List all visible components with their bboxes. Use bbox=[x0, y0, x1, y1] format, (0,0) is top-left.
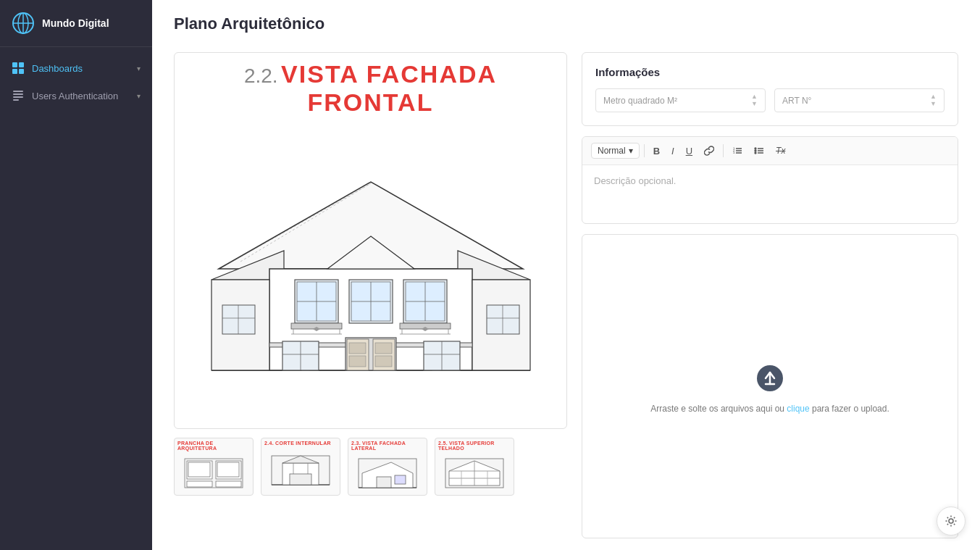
svg-rect-6 bbox=[12, 69, 17, 74]
page-header: Plano Arquitetônico bbox=[152, 0, 980, 41]
link-button[interactable] bbox=[700, 143, 719, 158]
svg-point-99 bbox=[755, 148, 756, 149]
svg-point-107 bbox=[949, 519, 953, 523]
svg-rect-7 bbox=[19, 69, 24, 74]
dashboards-icon bbox=[12, 62, 25, 75]
thumbnail-4[interactable]: 2.5. VISTA SUPERIOR TELHADO bbox=[435, 438, 514, 496]
thumb4-img bbox=[435, 451, 514, 495]
svg-rect-10 bbox=[13, 96, 23, 98]
svg-rect-11 bbox=[13, 99, 19, 101]
thumbnail-3[interactable]: 2.3. VISTA FACHADA LATERAL bbox=[348, 438, 427, 496]
svg-rect-54 bbox=[375, 356, 392, 367]
thumbnails-row: PRANCHA DE ARQUITETURA bbox=[174, 438, 567, 496]
sidebar: Mundo Digital Dashboards ▾ bbox=[0, 0, 152, 550]
blueprint-section-title: VISTA FACHADA FRONTAL bbox=[281, 60, 497, 116]
svg-rect-51 bbox=[349, 343, 366, 354]
thumb2-img bbox=[261, 446, 340, 495]
right-panel: Informações Metro quadrado M² ▲ ▼ ART N°… bbox=[582, 52, 958, 538]
svg-rect-52 bbox=[349, 356, 366, 367]
sidebar-item-dashboards[interactable]: Dashboards ▾ bbox=[0, 54, 152, 82]
thumb3-label: 2.3. VISTA FACHADA LATERAL bbox=[348, 438, 427, 451]
svg-rect-85 bbox=[395, 475, 406, 484]
svg-rect-80 bbox=[290, 474, 311, 485]
brand-name: Mundo Digital bbox=[42, 17, 109, 29]
thumbnail-1[interactable]: PRANCHA DE ARQUITETURA bbox=[174, 438, 254, 496]
toolbar-divider-2 bbox=[723, 144, 724, 157]
thumb2-label: 2.4. CORTE INTERNULAR bbox=[261, 438, 340, 446]
underline-button[interactable]: U bbox=[682, 143, 697, 159]
svg-rect-70 bbox=[216, 461, 241, 479]
upload-icon bbox=[753, 359, 787, 394]
blueprint-drawing: 2.2. VISTA FACHADA FRONTAL bbox=[182, 60, 559, 421]
sidebar-brand[interactable]: Mundo Digital bbox=[0, 0, 152, 47]
svg-rect-68 bbox=[187, 461, 212, 479]
settings-icon bbox=[945, 514, 958, 528]
users-auth-icon bbox=[12, 89, 25, 102]
sidebar-item-users-auth[interactable]: Users Authentication ▾ bbox=[0, 82, 152, 109]
svg-rect-72 bbox=[187, 481, 212, 487]
svg-point-101 bbox=[755, 150, 756, 151]
unordered-list-button[interactable] bbox=[750, 143, 768, 158]
upload-card[interactable]: Arraste e solte os arquivos aqui ou cliq… bbox=[582, 234, 958, 538]
svg-rect-9 bbox=[13, 93, 23, 95]
page-title: Plano Arquitetônico bbox=[174, 14, 958, 33]
upload-text-before: Arraste e solte os arquivos aqui ou bbox=[650, 404, 787, 414]
thumbnail-2[interactable]: 2.4. CORTE INTERNULAR bbox=[261, 438, 340, 496]
upload-text: Arraste e solte os arquivos aqui ou cliq… bbox=[650, 404, 889, 414]
metro-quadrado-arrows[interactable]: ▲ ▼ bbox=[751, 93, 758, 107]
blueprint-viewer: 2.2. VISTA FACHADA FRONTAL bbox=[174, 52, 567, 429]
svg-rect-8 bbox=[13, 91, 23, 92]
upload-link[interactable]: clique bbox=[787, 404, 809, 414]
art-number-arrows[interactable]: ▲ ▼ bbox=[930, 93, 937, 107]
svg-rect-4 bbox=[12, 62, 17, 67]
svg-rect-84 bbox=[377, 477, 391, 488]
italic-button[interactable]: I bbox=[667, 143, 679, 159]
svg-rect-53 bbox=[375, 343, 392, 354]
format-chevron: ▾ bbox=[629, 146, 633, 156]
dashboards-label: Dashboards bbox=[32, 63, 130, 74]
editor-placeholder: Descrição opcional. bbox=[594, 175, 676, 186]
blueprint-panel: 2.2. VISTA FACHADA FRONTAL bbox=[174, 52, 567, 538]
dashboards-arrow: ▾ bbox=[137, 64, 141, 72]
editor-toolbar: Normal ▾ B I U bbox=[582, 137, 958, 165]
upload-text-after: para fazer o upload. bbox=[810, 404, 889, 414]
toolbar-divider-1 bbox=[644, 144, 645, 157]
format-selector[interactable]: Normal ▾ bbox=[591, 143, 640, 159]
upload-icon-wrap bbox=[752, 359, 788, 395]
settings-fab[interactable] bbox=[937, 507, 966, 536]
metro-quadrado-field[interactable]: Metro quadrado M² ▲ ▼ bbox=[595, 88, 766, 112]
editor-card: Normal ▾ B I U bbox=[582, 136, 958, 224]
svg-rect-61 bbox=[222, 305, 255, 334]
main-content: Plano Arquitetônico 2.2. VISTA FACHADA F… bbox=[152, 0, 980, 550]
metro-quadrado-placeholder: Metro quadrado M² bbox=[603, 96, 751, 106]
thumb4-label: 2.5. VISTA SUPERIOR TELHADO bbox=[435, 438, 514, 451]
blueprint-section-num: 2.2. bbox=[244, 64, 278, 87]
svg-rect-64 bbox=[487, 305, 519, 334]
ordered-list-button[interactable]: 1. 2. 3. bbox=[728, 143, 747, 158]
info-fields: Metro quadrado M² ▲ ▼ ART N° ▲ ▼ bbox=[595, 88, 945, 112]
blueprint-title-area: 2.2. VISTA FACHADA FRONTAL bbox=[182, 60, 559, 124]
svg-rect-5 bbox=[19, 62, 24, 67]
thumb1-label: PRANCHA DE ARQUITETURA bbox=[175, 438, 253, 451]
content-area: 2.2. VISTA FACHADA FRONTAL bbox=[152, 41, 980, 550]
svg-point-103 bbox=[755, 152, 756, 154]
svg-rect-73 bbox=[216, 481, 241, 487]
art-number-placeholder: ART N° bbox=[782, 96, 930, 106]
svg-text:3.: 3. bbox=[733, 151, 735, 154]
sidebar-nav: Dashboards ▾ Users Authentication ▾ bbox=[0, 47, 152, 550]
info-card: Informações Metro quadrado M² ▲ ▼ ART N°… bbox=[582, 52, 958, 126]
bold-button[interactable]: B bbox=[649, 143, 664, 159]
globe-icon bbox=[12, 12, 35, 35]
house-illustration bbox=[182, 124, 559, 385]
info-card-title: Informações bbox=[595, 66, 945, 78]
thumb1-img bbox=[175, 451, 253, 495]
users-auth-label: Users Authentication bbox=[32, 91, 130, 101]
format-label: Normal bbox=[598, 146, 626, 156]
editor-body[interactable]: Descrição opcional. bbox=[582, 165, 958, 223]
clear-format-button[interactable]: Tx bbox=[771, 143, 790, 158]
thumb3-img bbox=[348, 451, 427, 495]
users-auth-arrow: ▾ bbox=[137, 92, 141, 100]
art-number-field[interactable]: ART N° ▲ ▼ bbox=[774, 88, 945, 112]
